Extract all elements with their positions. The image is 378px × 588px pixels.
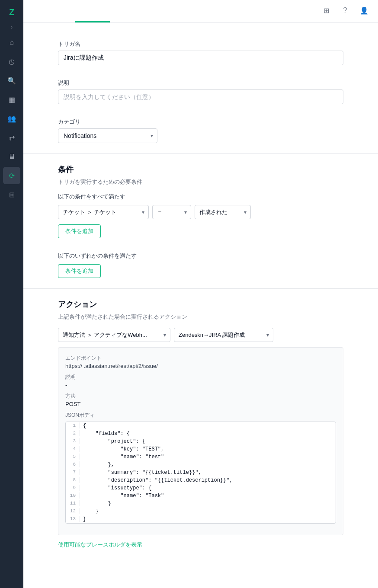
profile-icon[interactable]: 👤 (357, 3, 371, 17)
help-icon[interactable]: ? (338, 3, 352, 17)
topbar: ⊞ ? 👤 (23, 0, 378, 21)
line-number: 5 (66, 454, 80, 460)
app-logo: Z (5, 5, 19, 19)
line-code: "project": { (80, 438, 149, 445)
form-content: トリガ名 説明 カテゴリ Notifications General Custo… (23, 33, 378, 573)
line-number: 12 (66, 508, 80, 514)
line-number: 11 (66, 500, 80, 506)
line-code: "summary": "{{ticket.title}}", (80, 469, 205, 476)
line-code: { (80, 422, 90, 429)
trigger-name-label: トリガ名 (58, 40, 343, 48)
action-method-wrap: 通知方法 ＞ アクティブなWebh... ▾ (58, 328, 170, 342)
sidebar-collapse-icon[interactable]: › (11, 24, 13, 30)
json-editor: 1{2 "fields": {3 "project": {4 "key": "T… (65, 422, 336, 524)
category-label: カテゴリ (58, 118, 343, 126)
action-webhook-select[interactable]: Zendeskn→JIRA 課題作成 (174, 328, 273, 342)
line-number: 7 (66, 469, 80, 475)
condition-field-wrap: チケット ＞ チケット ▾ (58, 205, 149, 219)
add-all-condition-button[interactable]: 条件を追加 (58, 224, 101, 238)
conditions-title: 条件 (58, 164, 343, 175)
line-code: "name": "test" (80, 454, 167, 460)
line-code: "fields": { (80, 430, 133, 437)
description-label: 説明 (58, 79, 343, 87)
any-conditions-label: 以下のいずれかの条件を満たす (58, 252, 343, 260)
sidebar-item-home[interactable]: ⌂ (3, 34, 20, 51)
sidebar-item-reports[interactable]: ▦ (3, 91, 20, 108)
sidebar-item-monitor[interactable]: 🖥 (3, 148, 20, 165)
json-line: 13} (66, 515, 336, 523)
action-description-label: 説明 (65, 374, 336, 381)
endpoint-value: https:// .atlassian.net/rest/api/2/issue… (65, 363, 336, 369)
action-description-row: 説明 - (65, 374, 336, 388)
condition-value-select[interactable]: 作成された (195, 205, 251, 219)
sidebar-item-search[interactable]: 🔍 (3, 72, 20, 89)
condition-value-wrap: 作成された ▾ (195, 205, 251, 219)
action-detail-box: エンドポイント https:// .atlassian.net/rest/api… (58, 347, 343, 535)
line-code: }, (80, 461, 118, 468)
json-line: 7 "summary": "{{ticket.title}}", (66, 469, 336, 476)
line-code: "name": "Task" (80, 492, 167, 499)
line-code: "key": "TEST", (80, 446, 167, 453)
json-body-row: JSONボディ 1{2 "fields": {3 "project": {4 "… (65, 412, 336, 524)
json-body-label: JSONボディ (65, 412, 336, 419)
endpoint-label: エンドポイント (65, 355, 336, 362)
trigger-name-section: トリガ名 (23, 33, 378, 72)
description-section: 説明 (23, 72, 378, 111)
category-section: カテゴリ Notifications General Custom ▾ (23, 111, 378, 150)
main-content: ⊞ ? 👤 トリガ名 説明 カテゴリ Notifications General… (23, 0, 378, 588)
json-line: 5 "name": "test" (66, 453, 336, 461)
line-number: 4 (66, 446, 80, 452)
line-number: 2 (66, 430, 80, 436)
category-select-wrap: Notifications General Custom ▾ (58, 128, 157, 143)
line-number: 3 (66, 438, 80, 444)
step-bar (23, 21, 378, 23)
endpoint-row: エンドポイント https:// .atlassian.net/rest/api… (65, 355, 336, 369)
line-number: 10 (66, 492, 80, 499)
description-input[interactable] (58, 89, 343, 104)
condition-field-select[interactable]: チケット ＞ チケット (58, 205, 149, 219)
add-any-condition-button[interactable]: 条件を追加 (58, 264, 101, 278)
method-value: POST (65, 401, 336, 407)
condition-operator-wrap: ＝ ≠ ▾ (152, 205, 191, 219)
action-description-value: - (65, 382, 336, 388)
condition-operator-select[interactable]: ＝ ≠ (152, 205, 191, 219)
trigger-name-input[interactable] (58, 51, 343, 65)
all-conditions-label: 以下の条件をすべて満たす (58, 193, 343, 201)
conditions-subtitle: トリガを実行するための必要条件 (58, 178, 343, 186)
json-line: 2 "fields": { (66, 430, 336, 438)
line-number: 1 (66, 422, 80, 428)
sidebar-item-triggers[interactable]: ⟳ (3, 167, 20, 184)
step-active-indicator (75, 21, 110, 22)
actions-section: アクション 上記条件が満たされた場合に実行されるアクション 通知方法 ＞ アクテ… (23, 292, 378, 556)
placeholder-link[interactable]: 使用可能なプレースホルダを表示 (58, 541, 142, 548)
json-line: 3 "project": { (66, 438, 336, 445)
json-line: 8 "description": "{{ticket.description}}… (66, 476, 336, 484)
action-method-select[interactable]: 通知方法 ＞ アクティブなWebh... (58, 328, 170, 342)
json-line: 1{ (66, 422, 336, 430)
json-line: 4 "key": "TEST", (66, 445, 336, 453)
sidebar: Z › ⌂ ◷ 🔍 ▦ 👥 ⇄ 🖥 ⟳ ⊞ (0, 0, 23, 588)
line-number: 8 (66, 477, 80, 483)
line-code: "issuetype": { (80, 485, 155, 492)
actions-subtitle: 上記条件が満たされた場合に実行されるアクション (58, 313, 343, 321)
method-row: 方法 POST (65, 393, 336, 407)
sidebar-item-transfer[interactable]: ⇄ (3, 129, 20, 146)
line-code: "description": "{{ticket.description}}", (80, 477, 236, 484)
line-number: 9 (66, 485, 80, 491)
line-code: } (80, 516, 90, 523)
sidebar-item-customers[interactable]: 👥 (3, 110, 20, 127)
json-line: 9 "issuetype": { (66, 484, 336, 492)
sidebar-item-widgets[interactable]: ⊞ (3, 186, 20, 203)
method-label: 方法 (65, 393, 336, 400)
placeholder-link-wrap: 使用可能なプレースホルダを表示 (58, 540, 343, 549)
line-code: } (80, 508, 102, 515)
action-webhook-wrap: Zendeskn→JIRA 課題作成 ▾ (174, 328, 273, 342)
line-number: 6 (66, 461, 80, 467)
line-code: } (80, 500, 115, 507)
line-number: 13 (66, 516, 80, 522)
grid-icon[interactable]: ⊞ (319, 3, 333, 17)
json-line: 12 } (66, 508, 336, 515)
sidebar-item-recent[interactable]: ◷ (3, 53, 20, 70)
json-line: 11 } (66, 500, 336, 508)
category-select[interactable]: Notifications General Custom (58, 128, 157, 143)
